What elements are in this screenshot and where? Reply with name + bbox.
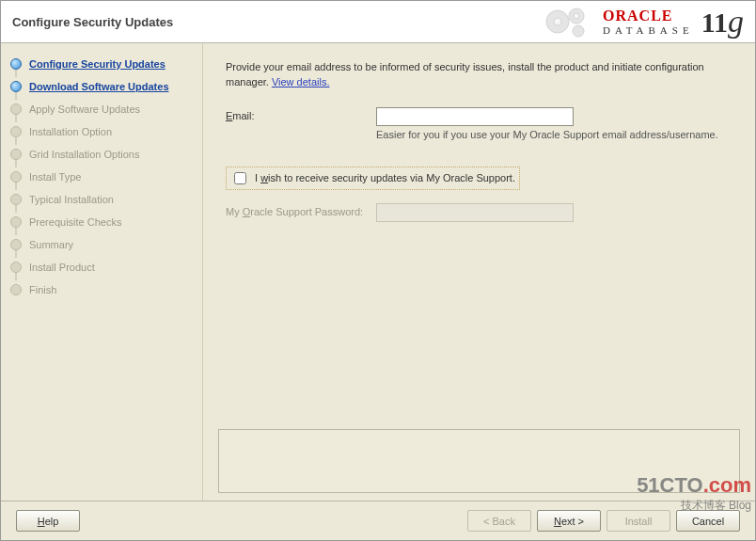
brand-text: ORACLE DATABASE xyxy=(603,8,694,36)
pw-mnemonic: O xyxy=(243,206,251,217)
view-details-link[interactable]: View details. xyxy=(272,76,330,88)
brand-version-suffix: g xyxy=(728,4,744,39)
instruction-text: Provide your email address to be informe… xyxy=(226,60,736,90)
step-dot-icon xyxy=(10,216,22,228)
step-dot-icon xyxy=(10,262,22,273)
email-label-rest: mail: xyxy=(232,110,254,121)
step-label: Typical Installation xyxy=(29,194,114,205)
brand-oracle-label: ORACLE xyxy=(603,8,694,24)
step-dot-icon xyxy=(10,103,22,115)
back-button: < Back xyxy=(467,510,531,532)
password-label: My Oracle Support Password: xyxy=(226,203,376,217)
step-configure-security-updates[interactable]: Configure Security Updates xyxy=(1,53,202,75)
email-hint: Easier for you if you use your My Oracle… xyxy=(376,128,718,142)
email-label: Email: xyxy=(226,107,376,121)
svg-point-3 xyxy=(554,18,561,25)
step-install-type: Install Type xyxy=(1,166,202,188)
receive-updates-label: I wish to receive security updates via M… xyxy=(255,172,515,183)
step-label: Install Product xyxy=(29,262,95,273)
step-label: Apply Software Updates xyxy=(29,103,140,115)
brand-version: 11g xyxy=(701,4,744,40)
step-download-software-updates[interactable]: Download Software Updates xyxy=(1,75,202,98)
step-dot-icon xyxy=(10,58,22,70)
step-grid-installation-options: Grid Installation Options xyxy=(1,143,202,166)
step-installation-option: Installation Option xyxy=(1,120,202,143)
pw-rest: racle Support Password: xyxy=(250,206,363,217)
step-apply-software-updates: Apply Software Updates xyxy=(1,98,202,120)
step-label: Configure Security Updates xyxy=(29,58,165,70)
step-label: Summary xyxy=(29,239,73,250)
step-dot-icon xyxy=(10,149,22,160)
svg-point-4 xyxy=(574,13,579,19)
brand-database-label: DATABASE xyxy=(603,25,694,36)
step-dot-icon xyxy=(10,284,22,295)
install-button: Install xyxy=(606,510,670,532)
step-summary: Summary xyxy=(1,233,202,256)
email-field[interactable] xyxy=(376,107,574,126)
step-dot-icon xyxy=(10,171,22,183)
cb-rest: ish to receive security updates via My O… xyxy=(268,172,515,183)
password-field xyxy=(376,203,574,222)
step-label: Install Type xyxy=(29,171,81,183)
step-label: Grid Installation Options xyxy=(29,149,139,160)
step-typical-installation: Typical Installation xyxy=(1,188,202,211)
step-dot-icon xyxy=(10,194,22,205)
step-prerequisite-checks: Prerequisite Checks xyxy=(1,211,202,233)
cb-mnemonic: w xyxy=(260,172,268,183)
step-label: Download Software Updates xyxy=(29,81,169,92)
help-text: elp xyxy=(45,516,59,527)
cancel-button[interactable]: Cancel xyxy=(676,510,740,532)
brand-version-num: 11 xyxy=(701,7,728,38)
step-label: Installation Option xyxy=(29,126,112,137)
step-dot-icon xyxy=(10,81,22,92)
receive-updates-row[interactable]: I wish to receive security updates via M… xyxy=(226,167,520,190)
step-finish: Finish xyxy=(1,278,202,301)
brand-area: ORACLE DATABASE 11g xyxy=(539,3,744,40)
header: Configure Security Updates ORACLE DATABA… xyxy=(1,1,755,43)
page-title: Configure Security Updates xyxy=(12,15,173,29)
main-panel: Provide your email address to be informe… xyxy=(203,43,755,501)
help-button[interactable]: Help xyxy=(16,510,80,532)
step-install-product: Install Product xyxy=(1,256,202,278)
step-dot-icon xyxy=(10,126,22,137)
pw-pre: My xyxy=(226,206,243,217)
next-button[interactable]: Next > xyxy=(537,510,601,532)
footer: Help < Back Next > Install Cancel xyxy=(1,501,755,540)
gears-icon xyxy=(539,3,595,40)
step-dot-icon xyxy=(10,239,22,250)
step-label: Finish xyxy=(29,284,56,295)
message-box xyxy=(218,429,740,493)
wizard-sidebar: Configure Security Updates Download Soft… xyxy=(1,43,203,501)
svg-point-2 xyxy=(573,25,584,37)
step-label: Prerequisite Checks xyxy=(29,216,121,228)
receive-updates-checkbox[interactable] xyxy=(234,172,246,184)
